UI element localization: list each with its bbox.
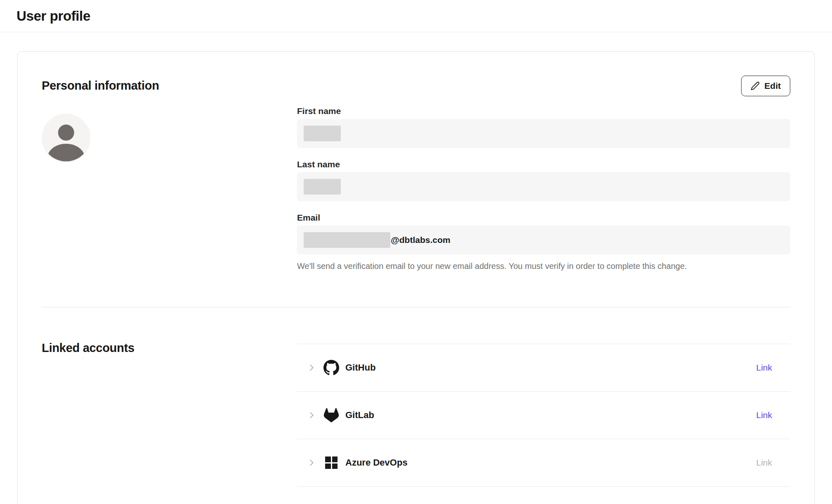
fields-column: First name Last name Email @dbtlabs.	[297, 107, 790, 271]
linked-accounts-heading-column: Linked accounts	[42, 307, 297, 487]
edit-button-label: Edit	[764, 81, 781, 91]
azure-devops-icon	[323, 455, 339, 471]
personal-info-header: Personal information Edit	[42, 76, 790, 98]
avatar	[42, 114, 90, 162]
pencil-icon	[751, 81, 760, 90]
last-name-field	[297, 172, 790, 201]
page-header: User profile	[0, 0, 832, 32]
github-link-button[interactable]: Link	[756, 363, 772, 373]
personal-info-body: First name Last name Email @dbtlabs.	[42, 107, 790, 271]
redacted-value	[304, 179, 341, 195]
profile-card: Personal information Edit	[17, 51, 815, 504]
first-name-field	[297, 119, 790, 148]
chevron-right-icon[interactable]	[307, 363, 316, 372]
main-content: Personal information Edit	[0, 51, 832, 504]
linked-accounts-list: GitHub Link GitLab Link	[297, 344, 790, 487]
page-title: User profile	[17, 8, 90, 24]
gitlab-icon	[323, 407, 339, 423]
account-name: Azure DevOps	[345, 457, 407, 468]
redacted-value	[304, 126, 341, 141]
chevron-right-icon[interactable]	[307, 458, 316, 467]
email-help-text: We'll send a verification email to your …	[297, 261, 790, 271]
personal-info-heading: Personal information	[42, 76, 159, 93]
email-field: @dbtlabs.com	[297, 226, 790, 254]
email-domain: @dbtlabs.com	[391, 235, 450, 245]
last-name-label: Last name	[297, 160, 790, 169]
azure-devops-link-button[interactable]: Link	[756, 458, 772, 468]
first-name-group: First name	[297, 107, 790, 148]
avatar-column	[42, 107, 297, 271]
linked-accounts-section: Linked accounts GitHub Link	[42, 307, 790, 487]
account-row-github: GitHub Link	[297, 344, 790, 392]
gitlab-link-button[interactable]: Link	[756, 410, 772, 420]
account-row-azure-devops: Azure DevOps Link	[297, 439, 790, 487]
redacted-value	[304, 232, 390, 248]
last-name-group: Last name	[297, 160, 790, 201]
edit-button[interactable]: Edit	[741, 76, 790, 96]
email-group: Email @dbtlabs.com We'll send a verifica…	[297, 213, 790, 271]
first-name-label: First name	[297, 107, 790, 116]
linked-accounts-heading: Linked accounts	[42, 341, 297, 355]
github-icon	[323, 360, 339, 376]
account-name: GitLab	[345, 410, 374, 421]
chevron-right-icon[interactable]	[307, 411, 316, 420]
account-name: GitHub	[345, 362, 376, 373]
account-row-gitlab: GitLab Link	[297, 392, 790, 439]
email-label: Email	[297, 213, 790, 222]
